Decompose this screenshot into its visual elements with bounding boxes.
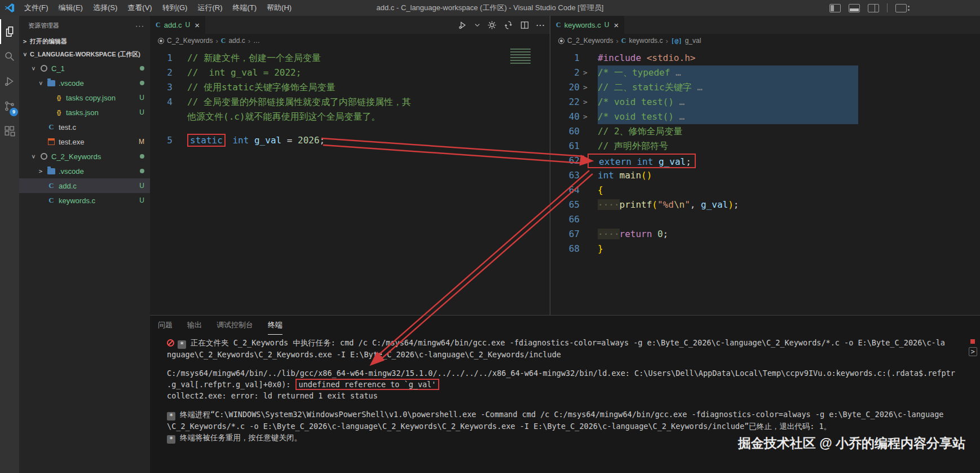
close-icon[interactable]: ×: [195, 20, 200, 30]
c-icon: C: [47, 122, 56, 132]
sidebar-item-test.exe[interactable]: test.exeM: [19, 134, 150, 149]
chevron-down-icon: >: [30, 65, 37, 72]
sidebar-item-C_1[interactable]: >C_1: [19, 61, 150, 76]
sidebar-item-C_2_Keywords[interactable]: >C_2_Keywords: [19, 149, 150, 164]
close-icon[interactable]: ×: [613, 20, 619, 30]
code-text: }: [598, 242, 603, 256]
divider: [887, 3, 888, 12]
menu-item-选择(S)[interactable]: 选择(S): [88, 0, 122, 16]
fold-chevron-icon[interactable]: >: [580, 95, 591, 110]
minimap[interactable]: [510, 49, 531, 65]
terminal-text: nguage\C_2_Keywords\C_2_Keywords.exe -I …: [167, 350, 561, 359]
menu-item-编辑(E)[interactable]: 编辑(E): [54, 0, 88, 16]
token: [652, 229, 657, 239]
sidebar-item-tasks.json[interactable]: {}tasks.jsonU: [19, 105, 150, 120]
code-text: extern int g_val;: [599, 156, 691, 167]
terminal-line: nguage\C_2_Keywords\C_2_Keywords.exe -I …: [167, 349, 974, 360]
sidebar-item-.vscode[interactable]: >.vscode: [19, 76, 150, 90]
file-label: C_1: [51, 64, 65, 73]
toggle-sidebar-icon[interactable]: [829, 4, 841, 12]
sidebar-item-source-control[interactable]: 9: [0, 94, 19, 119]
sidebar-item-add.c[interactable]: Cadd.cU: [19, 178, 150, 193]
menu-item-查看(V)[interactable]: 查看(V): [122, 0, 157, 16]
sidebar-item-search[interactable]: [0, 44, 19, 69]
fold-chevron-icon[interactable]: >: [580, 65, 591, 80]
breadcrumb-item[interactable]: g_val: [685, 37, 701, 45]
menu-item-文件(F)[interactable]: 文件(F): [19, 0, 54, 16]
panel-tab-输出[interactable]: 输出: [187, 316, 202, 335]
code-line: 65····printf("%d\n", g_val);: [550, 198, 980, 212]
code-line: 1// 新建文件，创建一个全局变量: [150, 51, 550, 65]
task-icon: *: [178, 340, 186, 349]
toggle-secondary-sidebar-icon[interactable]: [868, 4, 879, 12]
code-line: 60// 2、修饰全局变量: [550, 124, 980, 139]
menu-item-运行(R)[interactable]: 运行(R): [192, 0, 227, 16]
panel-tab-问题[interactable]: 问题: [158, 316, 173, 335]
fold-chevron-icon[interactable]: >: [580, 110, 591, 124]
code-text: #include <stdio.h>: [598, 51, 695, 65]
code-text: // 2、修饰全局变量: [598, 124, 683, 139]
c-file-icon: C: [156, 21, 161, 29]
fold-chevron-icon[interactable]: >: [580, 80, 591, 95]
open-editors-section[interactable]: > 打开的编辑器: [19, 35, 150, 48]
breadcrumb: C_2_Keywords›Cadd.c›…: [150, 34, 550, 47]
token: /* 一、typedef: [598, 67, 670, 78]
code-editor-add-c[interactable]: 1// 新建文件，创建一个全局变量2// int g_val = 2022;3/…: [150, 47, 550, 315]
panel-tab-终端[interactable]: 终端: [268, 316, 282, 335]
json-icon: {}: [54, 94, 63, 101]
line-number: 3: [150, 80, 173, 95]
toggle-panel-icon[interactable]: [849, 4, 860, 12]
code-line: 5static int g_val = 2026;: [150, 133, 550, 148]
breadcrumb-item[interactable]: add.c: [228, 37, 245, 45]
code-line: 62extern int g_val;: [550, 154, 980, 168]
c-file-icon: C: [621, 37, 626, 45]
code-text: /* void test() …: [598, 110, 858, 124]
menu-item-终端(T)[interactable]: 终端(T): [227, 0, 262, 16]
powershell-terminal-icon[interactable]: >: [969, 347, 977, 356]
breadcrumb: C_2_Keywords›Ckeywords.c›[@]g_val: [550, 34, 980, 47]
sidebar-item-tasks copy.json[interactable]: {}tasks copy.jsonU: [19, 90, 150, 105]
more-actions-icon[interactable]: ···: [135, 21, 144, 30]
tab-keywords-c[interactable]: C keywords.c U ×: [550, 16, 624, 34]
sidebar-item-explorer[interactable]: [0, 19, 19, 44]
breadcrumb-separator: ›: [616, 37, 618, 45]
circle-icon: [39, 65, 48, 72]
token: ;: [320, 135, 325, 146]
code-line: 67····return 0;: [550, 227, 980, 242]
line-number: 60: [550, 124, 580, 139]
fold-spacer: [580, 124, 591, 139]
code-text: // 新建文件，创建一个全局变量: [187, 51, 321, 65]
run-c-file-icon[interactable]: [458, 20, 467, 30]
code-text: {: [598, 183, 603, 198]
breadcrumb-item[interactable]: …: [253, 37, 260, 45]
terminal-output[interactable]: *正在文件夹 C_2_Keywords 中执行任务: cmd /c C:/msy…: [150, 335, 980, 444]
panel-tab-调试控制台[interactable]: 调试控制台: [217, 316, 253, 335]
gear-icon[interactable]: [487, 20, 497, 30]
breadcrumb-item[interactable]: keywords.c: [629, 37, 663, 45]
token: // 声明外部符号: [598, 141, 668, 151]
code-text: // 声明外部符号: [598, 139, 668, 154]
split-editor-icon[interactable]: [520, 20, 529, 30]
code-line: 4// 全局变量的外部链接属性就变成了内部链接属性，其: [150, 95, 550, 110]
terminal-line: collect2.exe: error: ld returned 1 exit …: [167, 390, 974, 401]
code-editor-keywords-c[interactable]: 1#include <stdio.h>2>/* 一、typedef …20>//…: [550, 47, 980, 315]
sidebar-item-test.c[interactable]: Ctest.c: [19, 120, 150, 134]
extensions-icon: [3, 125, 16, 137]
customize-layout-icon[interactable]: [895, 4, 907, 12]
workspace-section[interactable]: > C_LANGUAGE-WORKSPACE (工作区): [19, 48, 150, 61]
sidebar-item-extensions[interactable]: [0, 119, 19, 143]
tab-add-c[interactable]: C add.c U ×: [150, 16, 205, 34]
chevron-down-icon[interactable]: [474, 20, 480, 30]
terminal-text: C:/msys64/mingw64/bin/../lib/gcc/x86_64-…: [167, 369, 955, 378]
breadcrumb-item[interactable]: C_2_Keywords: [567, 37, 613, 45]
menu-item-转到(G)[interactable]: 转到(G): [157, 0, 193, 16]
menu-item-帮助(H)[interactable]: 帮助(H): [262, 0, 297, 16]
token: int: [598, 170, 614, 181]
breadcrumb-item[interactable]: C_2_Keywords: [167, 37, 213, 45]
token: // 使用static关键字修饰全局变量: [187, 82, 336, 93]
sidebar-item-keywords.c[interactable]: Ckeywords.cU: [19, 193, 150, 208]
more-actions-icon[interactable]: ···: [536, 21, 545, 29]
open-changes-icon[interactable]: [504, 20, 513, 30]
sidebar-item-run-debug[interactable]: [0, 69, 19, 94]
sidebar-item-.vscode[interactable]: >.vscode: [19, 164, 150, 178]
